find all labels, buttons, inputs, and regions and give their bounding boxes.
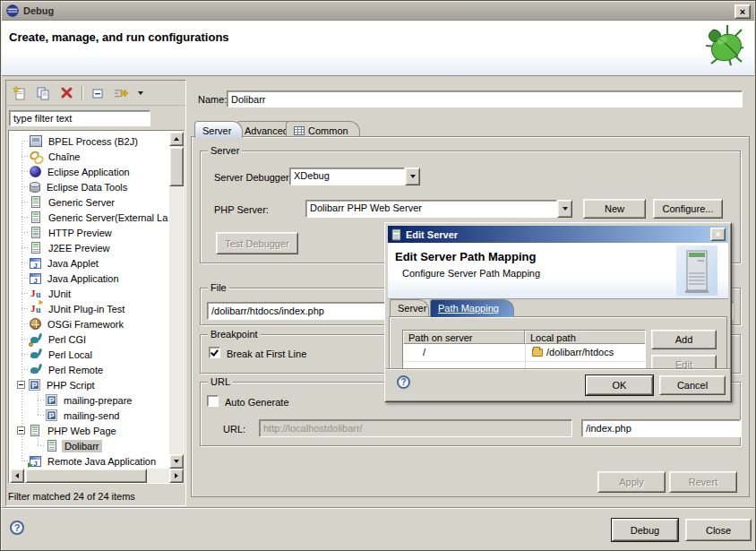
server-group-title: Server — [208, 145, 242, 157]
tree-item-dolibarr[interactable]: Dolibarr — [10, 438, 169, 453]
column-header-local-path[interactable]: Local path — [525, 331, 646, 344]
duplicate-configuration-button[interactable] — [35, 85, 51, 100]
dialog-tab-server[interactable]: Server — [390, 299, 429, 317]
tab-common[interactable]: Common — [286, 121, 360, 137]
php-icon — [29, 379, 40, 391]
configure-server-button[interactable]: Configure... — [653, 199, 723, 219]
server-icon — [30, 425, 39, 436]
scroll-up-button[interactable] — [169, 132, 184, 146]
name-input[interactable] — [227, 90, 743, 108]
tree-item-php-script[interactable]: PHP Script — [10, 377, 169, 392]
table-cell-path-on-server[interactable]: / — [419, 345, 429, 359]
ok-button[interactable]: OK — [586, 375, 653, 395]
server-icon — [31, 227, 40, 238]
tree-item-remote-java-application[interactable]: Remote Java Application — [10, 453, 169, 469]
tree-item-generic-server-external[interactable]: Generic Server(External La — [10, 210, 169, 225]
test-debugger-button[interactable]: Test Debugger — [216, 232, 298, 254]
perl-icon — [30, 349, 42, 360]
tree-item-perl-local[interactable]: Perl Local — [10, 347, 169, 362]
new-configuration-button[interactable] — [12, 85, 28, 100]
tab-server[interactable]: Server — [194, 121, 243, 138]
table-cell-local-path[interactable]: /dolibarr/htdocs — [528, 345, 617, 359]
php-server-combo[interactable]: Dolibarr PHP Web Server — [305, 200, 572, 218]
window-close-button[interactable]: × — [735, 4, 751, 19]
server-icon — [31, 196, 40, 208]
tree-item-j2ee-preview[interactable]: J2EE Preview — [10, 240, 169, 255]
close-button[interactable]: Close — [685, 519, 752, 541]
tree-item-bpel-process[interactable]: BPEL Process (B2J) — [10, 133, 169, 149]
perl-icon — [30, 364, 42, 375]
java-application-icon — [30, 273, 41, 284]
dialog-close-button[interactable]: × — [710, 228, 726, 241]
tree-item-perl-cgi[interactable]: Perl CGI — [10, 331, 169, 347]
break-first-line-checkbox[interactable] — [209, 347, 220, 358]
chain-icon — [30, 151, 42, 162]
dialog-help-button[interactable]: ? — [397, 375, 410, 389]
cancel-button[interactable]: Cancel — [659, 375, 726, 395]
dialog-titlebar[interactable]: Edit Server × — [388, 226, 728, 243]
tree-item-eclipse-application[interactable]: Eclipse Application — [10, 164, 169, 179]
database-icon — [30, 183, 40, 193]
scroll-right-button[interactable] — [169, 469, 184, 483]
server-debugger-label: Server Debugger: — [214, 172, 292, 183]
filter-input[interactable] — [9, 110, 150, 126]
tree-item-mailing-send[interactable]: mailing-send — [10, 408, 169, 423]
auto-generate-checkbox[interactable] — [207, 395, 219, 407]
remote-java-icon — [30, 456, 41, 467]
new-server-button[interactable]: New — [583, 199, 646, 219]
url-base-input[interactable] — [259, 419, 572, 437]
dialog-tab-path-mapping[interactable]: Path Mapping — [430, 299, 514, 317]
tree-item-java-application[interactable]: Java Application — [10, 271, 169, 286]
vertical-scroll-thumb[interactable] — [169, 147, 184, 186]
page-title: Create, manage, and run configurations — [9, 30, 229, 44]
add-mapping-button[interactable]: Add — [651, 330, 717, 349]
url-group-title: URL — [208, 376, 233, 388]
url-label: URL: — [223, 424, 245, 435]
horizontal-scroll-thumb[interactable] — [25, 469, 147, 483]
tree-item-junit-plugin-test[interactable]: JUnit Plug-in Test — [10, 301, 169, 316]
debug-window: Debug × Create, manage, and run configur… — [0, 0, 756, 551]
collapse-all-button[interactable] — [90, 85, 106, 100]
tree-item-http-preview[interactable]: HTTP Preview — [10, 225, 169, 240]
tree-item-eclipse-data-tools[interactable]: Eclipse Data Tools — [10, 179, 169, 194]
php-server-label: PHP Server: — [214, 204, 269, 215]
tree-item-perl-remote[interactable]: Perl Remote — [10, 362, 169, 377]
collapse-toggle[interactable] — [17, 381, 25, 389]
filter-configurations-button[interactable] — [113, 85, 129, 100]
column-divider — [525, 344, 526, 370]
url-path-input[interactable] — [581, 419, 741, 437]
server-icon — [31, 242, 40, 254]
apply-button[interactable]: Apply — [597, 471, 666, 493]
tree-item-java-applet[interactable]: Java Applet — [10, 255, 169, 271]
dialog-subheading: Configure Server Path Mapping — [402, 268, 540, 279]
eclipse-application-icon — [30, 166, 41, 177]
tree-rows: BPEL Process (B2J) Chaîne Eclipse Applic… — [10, 132, 169, 469]
file-group-title: File — [208, 282, 229, 294]
combo-dropdown-icon[interactable] — [405, 168, 420, 185]
revert-button[interactable]: Revert — [669, 471, 737, 493]
path-mapping-table[interactable]: Path on server Local path / /dolibarr/ht… — [402, 330, 646, 371]
toolbar-menu-chevron-icon[interactable] — [136, 85, 145, 100]
help-button[interactable]: ? — [10, 521, 24, 535]
tree-item-php-web-page[interactable]: PHP Web Page — [10, 423, 169, 438]
tree-item-chaine[interactable]: Chaîne — [10, 149, 169, 164]
debug-button[interactable]: Debug — [612, 519, 678, 541]
collapse-toggle[interactable] — [17, 426, 25, 435]
tree-item-generic-server[interactable]: Generic Server — [10, 194, 169, 210]
server-icon — [391, 228, 401, 241]
tree-item-mailing-prepare[interactable]: mailing-prepare — [10, 392, 169, 408]
tree-item-junit[interactable]: JUnit — [10, 286, 169, 301]
edit-server-dialog: Edit Server × Edit Server Path Mapping C… — [384, 222, 732, 402]
tree-item-osgi-framework[interactable]: OSGi Framework — [10, 316, 169, 331]
filter-status: Filter matched 24 of 24 items — [8, 491, 135, 502]
toolbar-separator — [82, 86, 82, 100]
server-debugger-combo[interactable]: XDebug — [289, 168, 420, 185]
auto-generate-label: Auto Generate — [225, 397, 289, 408]
scroll-down-button[interactable] — [169, 454, 184, 469]
delete-configuration-button[interactable] — [58, 85, 74, 100]
window-titlebar[interactable]: Debug × — [2, 2, 754, 21]
scroll-left-button[interactable] — [10, 469, 24, 483]
column-header-path-on-server[interactable]: Path on server — [403, 331, 525, 344]
combo-dropdown-icon[interactable] — [557, 200, 572, 218]
breakpoint-group-title: Breakpoint — [208, 329, 261, 340]
